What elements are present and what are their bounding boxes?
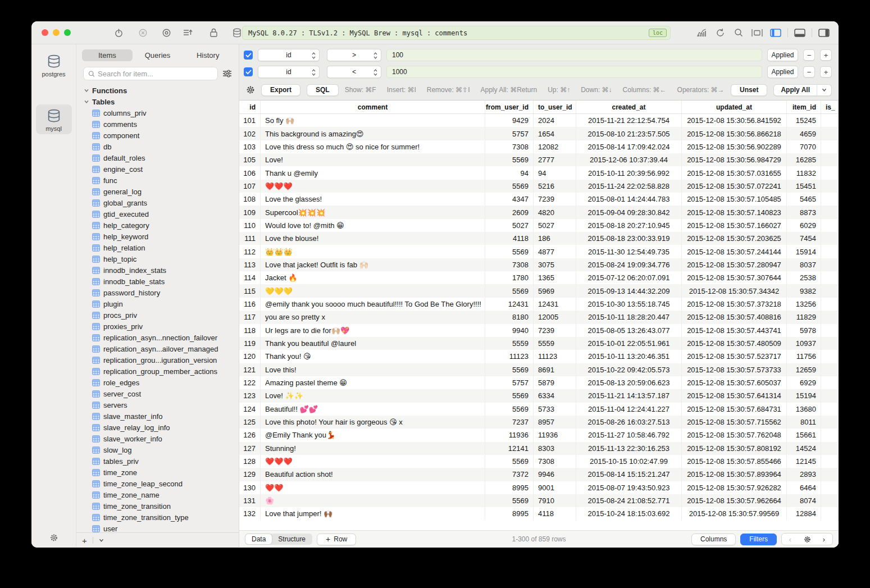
table-row[interactable]: 126 @Emily Thank you💃 11936 11936 2015-1… xyxy=(239,429,839,441)
cell-updated-at[interactable]: 2015-12-08 15:30:57.408816 xyxy=(682,311,787,323)
add-filter-button[interactable]: + xyxy=(820,49,832,61)
cell-from-user-id[interactable]: 11936 xyxy=(485,429,534,441)
cell-from-user-id[interactable]: 5569 xyxy=(485,455,534,468)
cell-item-id[interactable]: 11756 xyxy=(787,350,821,363)
cell-created-at[interactable]: 2015-11-30 12:54:49.735 xyxy=(576,245,682,258)
next-page-chevron-icon[interactable]: › xyxy=(816,534,832,545)
cell-is[interactable] xyxy=(821,429,839,441)
cell-item-id[interactable]: 7454 xyxy=(787,232,821,245)
cell-created-at[interactable]: 2015-08-14 17:09:42.024 xyxy=(576,140,682,153)
cell-to-user-id[interactable]: 5969 xyxy=(534,284,576,297)
table-row[interactable]: 108 Love the glasses! 4347 7239 2015-08-… xyxy=(239,193,839,206)
cell-from-user-id[interactable]: 12431 xyxy=(485,298,534,311)
connections-settings-gear-icon[interactable] xyxy=(49,534,58,542)
table-row[interactable]: 131 🌸 5569 7910 2015-08-24 21:08:52.771 … xyxy=(239,494,839,507)
cell-comment[interactable]: Love that jumper! 🙌🏾 xyxy=(261,507,485,520)
cell-to-user-id[interactable]: 7239 xyxy=(534,193,576,206)
column-header-created-at[interactable]: created_at xyxy=(576,101,682,113)
cell-created-at[interactable]: 2015-11-13 22:30:16.253 xyxy=(576,442,682,455)
sidebar-table-item[interactable]: servers xyxy=(76,399,239,411)
cell-to-user-id[interactable]: 11123 xyxy=(534,350,576,363)
cell-id[interactable]: 101 xyxy=(239,114,261,127)
add-item-menu-chevron-icon[interactable] xyxy=(99,539,104,542)
table-row[interactable]: 129 Beautiful action shot! 7372 9946 201… xyxy=(239,468,839,481)
table-row[interactable]: 118 Ur legs are to die for🙌🏼💖 9940 7239 … xyxy=(239,324,839,337)
sidebar-table-item[interactable]: comments xyxy=(76,118,239,130)
cell-comment[interactable]: Jacket 🔥 xyxy=(261,271,485,284)
cell-from-user-id[interactable]: 8180 xyxy=(485,311,534,323)
cell-is[interactable] xyxy=(821,284,839,297)
cell-created-at[interactable]: 2015-10-24 18:15:03.692 xyxy=(576,507,682,520)
sidebar-table-item[interactable]: time_zone_name xyxy=(76,489,239,500)
cell-updated-at[interactable]: 2015-12-08 15:30:56.984729 xyxy=(682,153,787,166)
table-row[interactable]: 111 Love the blouse! 4118 186 2015-08-18… xyxy=(239,232,839,245)
cell-to-user-id[interactable]: 186 xyxy=(534,232,576,245)
cell-to-user-id[interactable]: 3075 xyxy=(534,258,576,271)
sidebar-table-item[interactable]: password_history xyxy=(76,287,239,298)
table-row[interactable]: 130 ❤️❤️ 8995 9001 2015-08-07 19:43:50.9… xyxy=(239,481,839,494)
cell-from-user-id[interactable]: 94 xyxy=(485,166,534,179)
cell-is[interactable] xyxy=(821,403,839,416)
cell-from-user-id[interactable]: 7237 xyxy=(485,416,534,429)
cell-is[interactable] xyxy=(821,206,839,218)
cell-to-user-id[interactable]: 7239 xyxy=(534,324,576,337)
cell-item-id[interactable]: 13256 xyxy=(787,298,821,311)
connection-postgres[interactable]: postgres xyxy=(36,50,72,80)
sidebar-table-item[interactable]: help_keyword xyxy=(76,231,239,242)
cell-updated-at[interactable]: 2015-12-08 15:30:57.808192 xyxy=(682,442,787,455)
cell-from-user-id[interactable]: 2609 xyxy=(485,206,534,218)
sidebar-table-item[interactable]: help_relation xyxy=(76,242,239,253)
cell-is[interactable] xyxy=(821,166,839,179)
cell-from-user-id[interactable]: 8995 xyxy=(485,507,534,520)
column-header-id[interactable]: id xyxy=(239,101,261,113)
sidebar-table-item[interactable]: replication_asyn...nnection_failover xyxy=(76,332,239,343)
cell-comment[interactable]: Beautiful action shot! xyxy=(261,468,485,481)
cell-to-user-id[interactable]: 12005 xyxy=(534,311,576,323)
cell-item-id[interactable]: 7070 xyxy=(787,140,821,153)
cell-id[interactable]: 124 xyxy=(239,403,261,416)
cell-updated-at[interactable]: 2015-12-08 15:30:57.641314 xyxy=(682,389,787,402)
cell-created-at[interactable]: 2015-10-11 20:39:56.992 xyxy=(576,166,682,179)
cell-id[interactable]: 109 xyxy=(239,206,261,218)
cell-from-user-id[interactable]: 7308 xyxy=(485,258,534,271)
filter-applied-button[interactable]: Applied xyxy=(767,49,798,61)
cell-to-user-id[interactable]: 5216 xyxy=(534,180,576,193)
cell-id[interactable]: 112 xyxy=(239,245,261,258)
table-row[interactable]: 132 Love that jumper! 🙌🏾 8995 4118 2015-… xyxy=(239,507,839,520)
sidebar-table-item[interactable]: func xyxy=(76,175,239,186)
sidebar-table-item[interactable]: slave_relay_log_info xyxy=(76,422,239,433)
search-icon[interactable] xyxy=(732,26,745,39)
table-row[interactable]: 122 Amazing pastel theme 😁 5757 5879 201… xyxy=(239,376,839,389)
cell-is[interactable] xyxy=(821,245,839,258)
table-row[interactable]: 105 Love! 5569 2777 2015-12-06 10:37:39.… xyxy=(239,153,839,166)
sql-button[interactable]: SQL xyxy=(307,84,339,96)
cell-id[interactable]: 129 xyxy=(239,468,261,481)
cell-id[interactable]: 115 xyxy=(239,284,261,297)
cell-comment[interactable]: @Emily Thank you💃 xyxy=(261,429,485,441)
cell-created-at[interactable]: 2015-08-07 19:43:50.923 xyxy=(576,481,682,494)
cell-created-at[interactable]: 2015-10-30 13:55:18.745 xyxy=(576,298,682,311)
cell-from-user-id[interactable]: 4347 xyxy=(485,193,534,206)
filter-enabled-checkbox[interactable] xyxy=(244,51,253,60)
cell-id[interactable]: 110 xyxy=(239,219,261,232)
sidebar-table-item[interactable]: slave_worker_info xyxy=(76,433,239,444)
cell-from-user-id[interactable]: 5569 xyxy=(485,363,534,376)
cell-id[interactable]: 120 xyxy=(239,350,261,363)
cell-comment[interactable]: 🌸 xyxy=(261,494,485,507)
cell-item-id[interactable]: 8074 xyxy=(787,494,821,507)
table-row[interactable]: 125 Love this photo! Your hair is gorgeo… xyxy=(239,416,839,429)
cell-updated-at[interactable]: 2015-12-08 15:30:57.280947 xyxy=(682,258,787,271)
sidebar-table-item[interactable]: role_edges xyxy=(76,377,239,388)
chart-icon[interactable] xyxy=(695,26,708,39)
cell-to-user-id[interactable]: 2777 xyxy=(534,153,576,166)
cell-id[interactable]: 119 xyxy=(239,337,261,350)
cell-from-user-id[interactable]: 5569 xyxy=(485,284,534,297)
cell-from-user-id[interactable]: 5569 xyxy=(485,153,534,166)
cell-id[interactable]: 128 xyxy=(239,455,261,468)
cell-to-user-id[interactable]: 9001 xyxy=(534,481,576,494)
cell-item-id[interactable]: 2893 xyxy=(787,468,821,481)
filter-enabled-checkbox[interactable] xyxy=(244,67,253,76)
sidebar-table-item[interactable]: time_zone xyxy=(76,467,239,478)
table-row[interactable]: 124 Beautiful!! 💕💕 5569 5733 2015-11-04 … xyxy=(239,403,839,416)
cell-from-user-id[interactable]: 5569 xyxy=(485,494,534,507)
